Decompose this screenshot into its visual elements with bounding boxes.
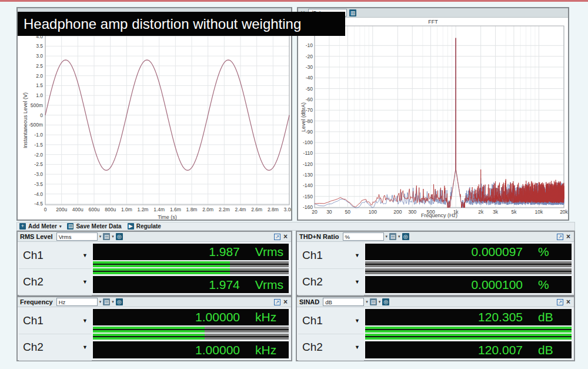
scope-x-tick-label: 2.4m bbox=[235, 207, 246, 212]
meter-settings-icon[interactable]: ◎ bbox=[382, 298, 389, 305]
meter-header: Frequency Hz ▾ ▤ ▾ ◎ ↗ × bbox=[18, 297, 291, 307]
popout-icon[interactable]: ↗ bbox=[274, 234, 280, 240]
popout-icon[interactable]: ↗ bbox=[557, 299, 563, 305]
scope-x-tick-label: 2.0m bbox=[202, 207, 213, 212]
popout-icon[interactable]: ↗ bbox=[557, 234, 563, 240]
scope-y-tick-label: -2.5 bbox=[34, 161, 43, 167]
fft-y-tick-label: -90 bbox=[306, 129, 313, 135]
chevron-down-icon: ▾ bbox=[99, 234, 102, 239]
chevron-down-icon: ▾ bbox=[386, 234, 388, 239]
meter-value: 0.000097 bbox=[471, 245, 523, 259]
rms-level-meter-panel: RMS Level Vrms ▾ ▤ ▾ ◎ ↗ × Ch1 ▼ Ch2 ▼ 1… bbox=[16, 231, 292, 296]
scope-y-tick-label: 1.5 bbox=[36, 82, 43, 88]
close-icon[interactable]: × bbox=[282, 233, 289, 240]
scope-x-tick-label: 1.4m bbox=[153, 207, 165, 212]
chevron-down-icon: ▼ bbox=[82, 344, 92, 350]
meter-display-ch2: 0.000100 % bbox=[365, 276, 572, 293]
fft-y-tick-label: -80 bbox=[306, 118, 313, 124]
meter-display-ch1: 120.305 dB bbox=[365, 309, 572, 325]
fft-y-tick-label: -20 bbox=[306, 54, 313, 59]
scope-chart[interactable]: 0200u400u600u800u1.0m1.2m1.4m1.6m1.8m2.0… bbox=[18, 8, 291, 220]
fft-y-tick-label: -30 bbox=[306, 64, 313, 70]
save-meter-data-button[interactable]: ▤ Save Meter Data bbox=[67, 223, 121, 230]
level-bar-ch1 bbox=[365, 261, 572, 267]
save-icon: ▤ bbox=[67, 223, 74, 230]
meter-body: Ch1 ▼ Ch2 ▼ 1.987 Vrms 1.974 Vrms bbox=[18, 242, 291, 295]
chevron-down-icon: ▼ bbox=[355, 344, 364, 350]
channel-label: Ch2 bbox=[19, 275, 82, 288]
scope-y-tick-label: -500m bbox=[29, 122, 43, 128]
meter-name: THD+N Ratio bbox=[299, 233, 339, 240]
scope-y-tick-label: 500m bbox=[31, 102, 43, 108]
meter-display-options-icon[interactable]: ▤ bbox=[103, 233, 110, 240]
close-icon[interactable]: × bbox=[282, 298, 289, 305]
popout-icon[interactable]: ↗ bbox=[274, 299, 280, 305]
channel-label: Ch1 bbox=[19, 249, 82, 262]
meter-display-options-icon[interactable]: ▤ bbox=[103, 298, 110, 305]
scope-y-tick-label: -3.0 bbox=[34, 171, 43, 177]
close-icon[interactable]: × bbox=[565, 233, 572, 240]
chevron-down-icon: ▼ bbox=[355, 252, 364, 258]
meter-value: 1.987 bbox=[209, 245, 240, 259]
meter-unit: dB bbox=[538, 310, 566, 324]
channel-selector-ch1[interactable]: Ch1 ▼ bbox=[19, 307, 92, 334]
unit-selector-dropdown[interactable]: Vrms bbox=[56, 232, 98, 241]
meter-header: THD+N Ratio % ▾ ▤ ▾ ◎ ↗ × bbox=[297, 232, 574, 242]
unit-selector-dropdown[interactable]: % bbox=[343, 232, 384, 241]
channel-selector-ch1[interactable]: Ch1 ▼ bbox=[19, 242, 92, 269]
fft-y-tick-label: -150 bbox=[303, 194, 313, 200]
unit-selector-dropdown[interactable]: Hz bbox=[56, 298, 98, 306]
meter-header: SINAD dB ▾ ▤ ▾ ◎ ↗ × bbox=[297, 297, 574, 307]
close-icon[interactable]: × bbox=[565, 298, 572, 305]
fft-y-tick-label: -50 bbox=[306, 86, 313, 92]
add-meter-label: Add Meter bbox=[28, 223, 57, 230]
meter-name: SINAD bbox=[299, 298, 319, 305]
meter-unit: Vrms bbox=[255, 245, 283, 259]
meter-display-options-icon[interactable]: ▤ bbox=[389, 233, 396, 240]
meter-display-options-icon[interactable]: ▤ bbox=[370, 298, 377, 305]
unit-selector-dropdown[interactable]: dB bbox=[323, 298, 364, 306]
meter-display-ch1: 0.000097 % bbox=[365, 244, 572, 260]
channel-selector-ch1[interactable]: Ch1 ▼ bbox=[298, 242, 364, 269]
channel-selector-ch2[interactable]: Ch2 ▼ bbox=[298, 334, 364, 361]
channel-selector-ch2[interactable]: Ch2 ▼ bbox=[19, 334, 92, 361]
scope-x-tick-label: 0 bbox=[44, 207, 47, 212]
unit-selector-value: Vrms bbox=[59, 234, 72, 240]
chevron-down-icon: ▾ bbox=[398, 234, 400, 239]
chevron-down-icon: ▾ bbox=[99, 300, 102, 304]
meter-unit: dB bbox=[538, 343, 566, 357]
meter-display-ch2: 1.00000 kHz bbox=[93, 341, 289, 358]
scope-y-tick-label: 2.0 bbox=[36, 73, 43, 79]
meter-name: Frequency bbox=[20, 298, 53, 305]
chevron-down-icon: ▾ bbox=[112, 234, 114, 239]
scope-x-tick-label: 2.8m bbox=[268, 207, 279, 212]
scope-y-tick-label: -4.0 bbox=[34, 191, 43, 197]
channel-selector-ch1[interactable]: Ch1 ▼ bbox=[298, 307, 364, 334]
add-meter-button[interactable]: + Add Meter ▾ bbox=[19, 223, 61, 230]
scope-x-tick-label: 2.2m bbox=[219, 207, 230, 212]
frequency-meter-panel: Frequency Hz ▾ ▤ ▾ ◎ ↗ × Ch1 ▼ Ch2 ▼ 1.0… bbox=[16, 296, 292, 361]
fft-y-tick-label: -40 bbox=[306, 75, 313, 81]
scope-y-tick-label: 3.0 bbox=[36, 53, 43, 59]
chevron-down-icon: ▾ bbox=[379, 300, 381, 304]
scope-plot-panel: 0200u400u600u800u1.0m1.2m1.4m1.6m1.8m2.0… bbox=[16, 7, 292, 221]
meter-settings-icon[interactable]: ◎ bbox=[116, 233, 123, 240]
scope-x-tick-label: 1.8m bbox=[186, 207, 198, 212]
channel-label: Ch1 bbox=[19, 314, 82, 327]
fft-plot-panel: Y: dBrA ▾ ▥ FFT 2030501002003005001k2k3k… bbox=[297, 7, 569, 221]
meter-settings-icon[interactable]: ◎ bbox=[116, 298, 123, 305]
fft-y-tick-label: -160 bbox=[303, 204, 313, 210]
regulate-button[interactable]: ▶ Regulate bbox=[128, 223, 161, 230]
meter-body: Ch1 ▼ Ch2 ▼ 120.305 dB 120.007 dB bbox=[297, 307, 574, 360]
channel-selector-ch2[interactable]: Ch2 ▼ bbox=[19, 269, 92, 295]
level-bar-ch2 bbox=[93, 268, 289, 274]
fft-y-tick-label: -10 bbox=[306, 42, 313, 48]
page-top-border bbox=[0, 0, 588, 2]
meter-settings-icon[interactable]: ◎ bbox=[402, 233, 409, 240]
scope-y-tick-label: 1.0 bbox=[36, 92, 43, 98]
meter-value: 0.000100 bbox=[471, 278, 523, 292]
fft-chart[interactable]: 2030501002003005001k2k3k5k10k20k-10-20-3… bbox=[298, 8, 568, 220]
unit-selector-value: % bbox=[345, 234, 350, 240]
chevron-down-icon: ▼ bbox=[355, 318, 364, 324]
channel-selector-ch2[interactable]: Ch2 ▼ bbox=[298, 269, 364, 295]
